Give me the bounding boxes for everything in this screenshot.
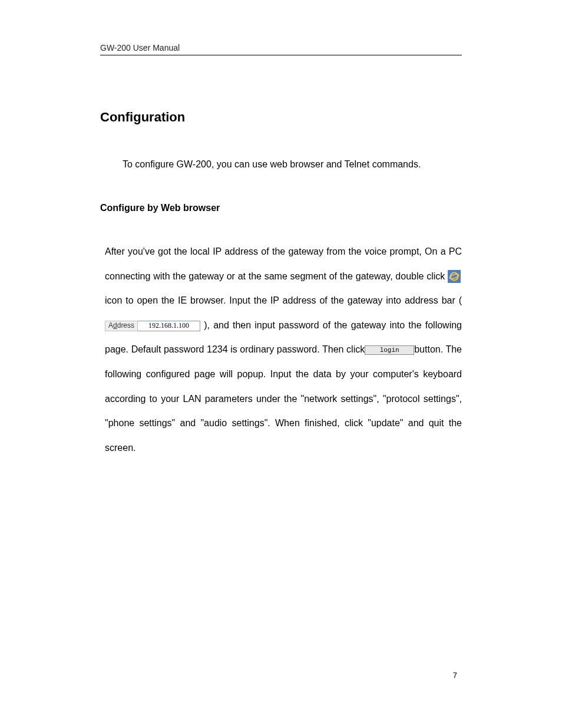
address-bar: Address192.168.1.100 (105, 321, 200, 331)
body-text-4: button. The following configured page wi… (105, 344, 462, 452)
ie-browser-icon (448, 270, 461, 283)
address-input[interactable]: 192.168.1.100 (138, 321, 200, 331)
address-label: Address (105, 321, 138, 331)
subsection-title: Configure by Web browser (100, 203, 462, 213)
section-title: Configuration (100, 110, 462, 125)
intro-paragraph: To configure GW-200, you can use web bro… (123, 159, 462, 170)
body-text-2: icon to open the IE browser. Input the I… (105, 295, 462, 305)
login-button[interactable]: login (365, 345, 414, 355)
page-number: 7 (453, 671, 457, 680)
page-header: GW-200 User Manual (100, 43, 462, 55)
body-paragraph: After you've got the local IP address of… (105, 239, 462, 460)
body-text-1: After you've got the local IP address of… (105, 246, 462, 281)
